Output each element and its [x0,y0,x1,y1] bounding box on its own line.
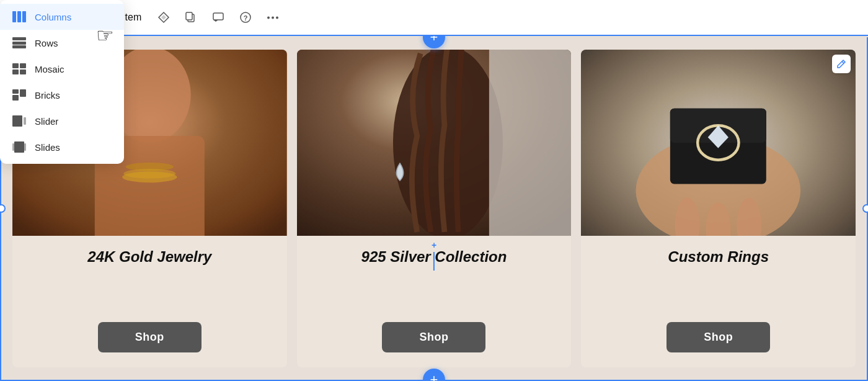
rings-card-title: Custom Rings [662,248,775,266]
silver-shop-button[interactable]: Shop [382,322,485,352]
svg-rect-27 [12,143,14,151]
svg-rect-14 [12,37,26,40]
rings-image [581,50,856,236]
right-resize-handle[interactable] [862,204,868,213]
bricks-menu-icon [12,88,26,102]
main-content: + [0,37,868,381]
svg-rect-24 [12,115,22,127]
svg-point-9 [272,16,274,19]
copy-icon-button[interactable] [180,6,202,29]
comment-icon [212,11,224,24]
dropdown-item-slider[interactable]: Slider [0,108,124,134]
svg-point-34 [123,169,175,178]
slider-menu-icon [12,114,26,128]
diamond-icon-button[interactable] [153,6,175,29]
layout-dropdown-menu: Columns Rows Mosaic [0,0,124,164]
svg-text:?: ? [244,14,248,22]
copy-icon [185,11,197,24]
comment-icon-button[interactable] [207,6,229,29]
rings-shop-button[interactable]: Shop [666,322,770,352]
columns-grid: 24K Gold Jewelry Shop [1,37,867,380]
svg-rect-18 [20,63,26,68]
dropdown-item-columns[interactable]: Columns [0,4,124,30]
gold-card-title: 24K Gold Jewelry [81,248,218,266]
rows-menu-icon [12,36,26,50]
columns-menu-icon [12,10,26,24]
silver-jewelry-image [297,50,572,236]
svg-rect-26 [14,141,24,153]
edit-icon [836,59,846,69]
dropdown-item-rows[interactable]: Rows [0,30,124,56]
svg-rect-23 [12,95,19,101]
svg-rect-13 [22,11,26,22]
svg-rect-17 [12,63,19,68]
diamond-icon [157,11,170,24]
dropdown-item-bricks[interactable]: Bricks [0,82,124,108]
svg-point-8 [267,16,270,19]
edit-icon-button[interactable] [832,55,851,73]
help-icon-button[interactable]: ? [234,6,257,29]
svg-rect-4 [186,12,192,20]
svg-point-36 [393,50,503,236]
column-card-rings: Custom Rings Shop [581,50,856,367]
gold-shop-button[interactable]: Shop [98,322,202,352]
column-card-silver: + 925 Silver Collection Shop [297,50,572,367]
column-divider: + [432,240,436,271]
help-icon: ? [239,11,252,24]
dropdown-item-mosaic[interactable]: Mosaic [0,56,124,82]
svg-rect-16 [12,45,26,48]
svg-rect-22 [20,89,26,97]
svg-rect-11 [12,11,16,22]
svg-rect-37 [489,50,572,236]
svg-rect-28 [24,143,26,151]
toolbar: Columns Add Item ? [0,0,868,36]
svg-rect-5 [213,13,223,20]
more-icon [267,16,279,19]
svg-rect-21 [12,89,19,94]
slides-menu-icon [12,140,26,154]
svg-rect-19 [12,69,19,74]
svg-point-10 [276,16,278,19]
svg-rect-20 [20,69,26,74]
svg-rect-25 [24,117,26,125]
dropdown-item-slides[interactable]: Slides [0,134,124,160]
more-icon-button[interactable] [262,6,284,29]
svg-rect-12 [17,11,21,22]
mosaic-menu-icon [12,62,26,76]
svg-rect-15 [12,42,26,45]
